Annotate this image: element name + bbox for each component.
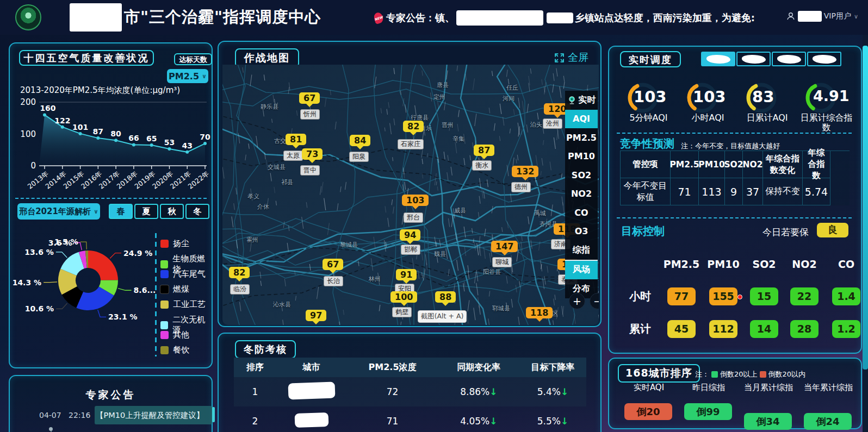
city-label-长治: 长治 [324, 276, 343, 286]
notice-item[interactable]: 【PM10上升提醒及管控建议】 [95, 406, 212, 424]
rank-badge-倒99[interactable]: 倒99 [684, 403, 732, 420]
scrollbar-thumb[interactable] [212, 407, 215, 422]
value-badge[interactable]: 22 [790, 287, 819, 305]
value-badge[interactable]: 45 [667, 320, 696, 338]
dispatch-tab-4[interactable] [807, 52, 841, 66]
map-menu-item-AQI[interactable]: AQI [565, 110, 598, 129]
map-menu-item-SO2[interactable]: SO2 [565, 166, 598, 185]
rank-badge-倒34[interactable]: 倒34 [744, 413, 792, 430]
rank-col-header: 昨日综指 [679, 383, 739, 393]
map-menu-item-实时[interactable]: 实时 [565, 91, 598, 110]
data-point[interactable] [185, 151, 189, 154]
aqi-marker-安阳[interactable]: 91 [396, 269, 417, 280]
value-badge[interactable]: 1.4 [832, 287, 860, 305]
aqi-marker-临汾[interactable]: 82 [229, 267, 250, 278]
dispatch-tab-3[interactable] [772, 52, 806, 66]
city-cell [276, 413, 347, 429]
value-badge[interactable]: 15 [750, 287, 778, 305]
value-badge[interactable] [709, 353, 737, 354]
winter-col-header: 同期变化率 [438, 362, 519, 373]
table-row[interactable]: 1728.86%↓5.4%↓ [234, 377, 586, 406]
pollutant-dropdown[interactable]: PM2.5 ∨ [167, 69, 208, 83]
aqi-marker-德州[interactable]: 132 [512, 166, 538, 177]
source-analysis-dropdown[interactable]: 邢台2021年源解析 ∨ [17, 203, 100, 220]
aqi-marker-忻州[interactable]: 67 [299, 92, 320, 104]
value-badge[interactable] [667, 353, 696, 354]
season-tab-冬[interactable]: 冬 [185, 204, 209, 219]
map-menu-label: 实时 [579, 95, 596, 106]
value-badge[interactable] [832, 353, 860, 354]
aqi-marker-邢台[interactable]: 103 [402, 195, 429, 206]
data-point[interactable] [79, 132, 82, 135]
map-menu-label: SO2 [572, 170, 591, 180]
value-badge[interactable]: 28 [790, 320, 819, 338]
rank-badge-倒20[interactable]: 倒20 [624, 403, 672, 420]
dispatch-tab-1[interactable] [701, 52, 735, 66]
data-point[interactable] [114, 139, 117, 142]
season-tab-春[interactable]: 春 [109, 204, 133, 219]
aqi-marker-聊城[interactable]: 147 [491, 241, 518, 252]
data-point[interactable] [150, 143, 153, 147]
aqi-marker-晋中[interactable]: 73 [302, 148, 323, 160]
aqi-marker-88[interactable]: 88 [435, 291, 456, 303]
legend-item-燃煤[interactable]: 燃煤 [160, 284, 189, 295]
fullscreen-button[interactable]: 全屏 [554, 51, 588, 65]
air-quality-panel: 十四五空气质量改善状况 达标天数 PM2.5 ∨ 2013-2020年PM2.5… [9, 42, 213, 368]
season-tab-秋[interactable]: 秋 [160, 204, 184, 219]
aqi-marker-太原[interactable]: 81 [286, 134, 306, 145]
zoom-in-button[interactable]: + [569, 293, 585, 309]
map-menu-item-综指[interactable]: 综指 [565, 241, 598, 261]
map-menu-item-NO2[interactable]: NO2 [565, 185, 598, 204]
data-point[interactable] [61, 126, 64, 129]
map-canvas[interactable]: 实时AQIPM2.5PM10SO2NO2COO3综指风场分布 + − 截图(Al… [222, 65, 599, 325]
aqi-marker-97[interactable]: 97 [306, 310, 326, 321]
aqi-marker-石家庄[interactable]: 82 [403, 121, 424, 132]
scrollbar-thumb[interactable] [863, 46, 868, 370]
season-tab-夏[interactable]: 夏 [134, 204, 158, 219]
standard-days-button[interactable]: 达标天数 [174, 53, 212, 65]
source-analysis-dropdown-value: 邢台2021年源解析 [19, 206, 91, 217]
map-menu-item-风场[interactable]: 风场 [565, 261, 598, 280]
legend-item-汽车尾气[interactable]: 汽车尾气 [160, 269, 206, 279]
value-badge[interactable]: 1.2 [832, 320, 860, 338]
legend-item-工业工艺[interactable]: 工业工艺 [160, 299, 206, 310]
grade-badge[interactable]: 良 [817, 223, 848, 237]
legend-item-餐饮[interactable]: 餐饮 [160, 345, 189, 355]
data-point[interactable] [132, 143, 135, 146]
map-menu-item-PM10[interactable]: PM10 [565, 147, 598, 166]
dispatch-tab-2[interactable] [736, 52, 771, 66]
table-row[interactable]: 2714.05%↓5.5%↓ [234, 406, 586, 432]
value-badge[interactable]: 112 [709, 320, 737, 338]
map-menu-item-CO[interactable]: CO [565, 203, 598, 222]
data-point[interactable] [96, 136, 100, 140]
aqi-marker-衡水[interactable]: 87 [474, 145, 494, 156]
user-menu[interactable]: VIP用户 ∨ [786, 11, 858, 22]
aqi-marker-118[interactable]: 118 [526, 307, 553, 318]
legend-item-其他[interactable]: 其他 [160, 330, 189, 340]
aqi-marker-阳泉[interactable]: 84 [350, 135, 370, 146]
city-label-石家庄: 石家庄 [398, 139, 424, 149]
city-rank-panel: 168城市排序 注：倒数20以上倒数20以内 实时AQI昨日综指当月累计综指当年… [608, 358, 862, 429]
value-badge[interactable]: 155 [709, 287, 737, 305]
aqi-marker-邯郸[interactable]: 94 [400, 229, 420, 241]
legend-item-扬尘[interactable]: 扬尘 [160, 239, 189, 249]
value-badge[interactable]: 77 [667, 287, 696, 305]
data-point[interactable] [43, 113, 46, 116]
value-badge[interactable] [750, 353, 778, 354]
city-label-阳泉: 阳泉 [349, 152, 369, 162]
aqi-marker-长治[interactable]: 67 [323, 259, 343, 270]
data-point[interactable] [203, 142, 207, 145]
data-point[interactable] [168, 147, 171, 151]
map-menu-item-PM2.5[interactable]: PM2.5 [565, 128, 598, 147]
change-cell: 8.86%↓ [438, 386, 519, 397]
rank-badge-倒24[interactable]: 倒24 [804, 413, 852, 430]
value-badge[interactable]: 14 [750, 320, 778, 338]
aqi-marker-鹤壁[interactable]: 100 [390, 291, 417, 303]
target-cell: 14 [744, 312, 784, 345]
map-place-label: 禹城 [534, 209, 546, 217]
map-place-label: 晋州 [442, 121, 454, 129]
value-badge[interactable] [790, 353, 819, 354]
page-title: 市"三个治霾"指挥调度中心 [124, 7, 321, 28]
prediction-title: 竞争性预测 [620, 136, 674, 151]
map-menu-item-O3[interactable]: O3 [565, 222, 598, 241]
